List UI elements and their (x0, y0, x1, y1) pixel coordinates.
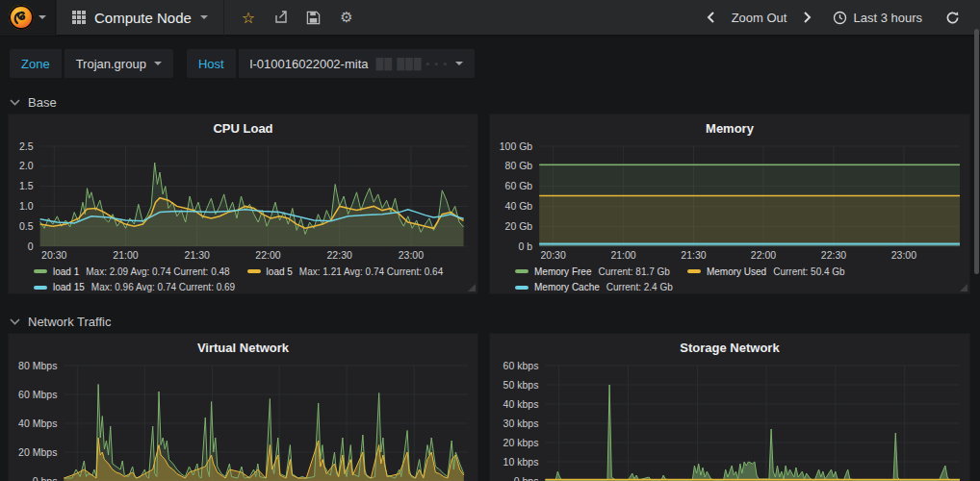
row-title: Network Traffic (28, 315, 111, 329)
grafana-logo-icon (9, 5, 34, 30)
dashboard-title: Compute Node (94, 10, 192, 26)
chevron-left-icon (707, 12, 714, 23)
svg-text:0 bps: 0 bps (33, 475, 58, 481)
svg-text:80 Mbps: 80 Mbps (18, 360, 57, 371)
svg-text:20 Gb: 20 Gb (505, 220, 533, 232)
legend-color-swatch (515, 286, 529, 290)
svg-text:21:00: 21:00 (610, 249, 635, 261)
vertical-scrollbar[interactable] (974, 29, 979, 274)
legend-color-swatch (515, 269, 529, 273)
chevron-right-icon (804, 12, 812, 23)
legend-color-swatch (687, 269, 701, 273)
chevron-down-icon (10, 99, 20, 106)
legend-item[interactable]: Memory FreeCurrent: 81.7 Gb (515, 265, 670, 279)
virtual-network-chart[interactable]: 0 bps20 Mbps40 Mbps60 Mbps80 Mbps20:3021… (9, 359, 477, 481)
svg-text:21:30: 21:30 (185, 249, 210, 261)
panel-cpu-load: CPU Load 00.51.01.52.02.520:3021:0021:30… (8, 114, 478, 294)
svg-text:20 Mbps: 20 Mbps (18, 446, 57, 458)
dashboard-picker[interactable]: Compute Node (56, 0, 224, 36)
legend-series-name: load 5 (267, 265, 293, 279)
svg-text:20 kbps: 20 kbps (503, 437, 539, 448)
zoom-out-button[interactable]: Zoom Out (726, 7, 793, 29)
row-title: Base (28, 95, 57, 110)
settings-button[interactable]: ⚙ (332, 3, 361, 32)
chevron-down-icon (200, 15, 208, 19)
refresh-button[interactable] (938, 3, 967, 32)
svg-text:1.0: 1.0 (19, 200, 34, 212)
storage-network-chart[interactable]: 0 bps10 kbps20 kbps30 kbps40 kbps50 kbps… (490, 359, 969, 481)
svg-text:20:30: 20:30 (41, 249, 66, 261)
grafana-menu-button[interactable] (0, 0, 56, 36)
time-range-label: Last 3 hours (853, 11, 922, 25)
panel-title[interactable]: Virtual Network (9, 334, 477, 359)
panel-title[interactable]: Storage Network (490, 334, 969, 359)
chevron-down-icon (39, 15, 46, 19)
cpu-load-legend: load 1Max: 2.09 Avg: 0.74 Current: 0.48l… (9, 263, 477, 294)
variable-host-dropdown[interactable]: l-010016022002-mita ██ ███ ▪ ▪ ▪ (239, 49, 476, 78)
legend-series-name: Memory Used (707, 265, 766, 279)
redacted-text: ██ ███ ▪ ▪ ▪ (375, 58, 448, 69)
legend-series-stats: Max: 2.09 Avg: 0.74 Current: 0.48 (86, 265, 229, 279)
legend-item[interactable]: Memory UsedCurrent: 50.4 Gb (687, 265, 845, 279)
dashboard-actions: ☆ ⚙ (234, 3, 361, 32)
legend-series-stats: Max: 1.21 Avg: 0.74 Current: 0.64 (299, 265, 443, 279)
legend-item[interactable]: load 15Max: 0.96 Avg: 0.74 Current: 0.69 (34, 280, 235, 294)
variable-host-value: l-010016022002-mita (250, 57, 369, 71)
svg-text:50 kbps: 50 kbps (503, 379, 539, 391)
row-header-network-traffic[interactable]: Network Traffic (10, 312, 111, 331)
svg-text:100 Gb: 100 Gb (500, 140, 533, 152)
svg-text:60 Gb: 60 Gb (505, 180, 533, 191)
legend-series-stats: Current: 50.4 Gb (773, 265, 844, 279)
memory-legend: Memory FreeCurrent: 81.7 GbMemory UsedCu… (490, 263, 969, 294)
svg-text:60 Mbps: 60 Mbps (18, 389, 57, 400)
time-shift-back-button[interactable] (701, 8, 720, 27)
save-icon (306, 11, 321, 25)
legend-color-swatch (34, 269, 47, 273)
panel-title[interactable]: Memory (490, 114, 969, 139)
svg-text:23:00: 23:00 (399, 249, 424, 261)
panel-virtual-network: Virtual Network 0 bps20 Mbps40 Mbps60 Mb… (8, 333, 478, 481)
svg-text:0.5: 0.5 (19, 220, 34, 232)
legend-item[interactable]: Memory CacheCurrent: 2.4 Gb (515, 280, 673, 294)
svg-text:2.0: 2.0 (19, 160, 34, 171)
row-header-base[interactable]: Base (10, 92, 57, 112)
legend-series-stats: Max: 0.96 Avg: 0.74 Current: 0.69 (91, 280, 235, 294)
svg-text:40 kbps: 40 kbps (503, 398, 539, 410)
legend-series-name: load 1 (53, 265, 79, 279)
variable-host-label: Host (187, 49, 236, 78)
chevron-down-icon (455, 62, 463, 65)
legend-item[interactable]: load 1Max: 2.09 Avg: 0.74 Current: 0.48 (34, 265, 230, 279)
legend-series-name: Memory Cache (534, 280, 600, 294)
chevron-down-icon (10, 318, 20, 325)
svg-text:20:30: 20:30 (540, 249, 565, 261)
panel-title[interactable]: CPU Load (9, 114, 477, 139)
variable-zone-dropdown[interactable]: Trojan.group (64, 49, 173, 78)
share-icon (273, 10, 289, 25)
svg-text:1.5: 1.5 (19, 180, 34, 191)
svg-text:0 b: 0 b (519, 240, 533, 252)
time-shift-forward-button[interactable] (798, 8, 817, 27)
svg-text:22:00: 22:00 (751, 249, 776, 261)
clock-icon (833, 11, 847, 25)
save-button[interactable] (299, 3, 328, 32)
legend-series-name: load 15 (53, 280, 85, 294)
legend-series-name: Memory Free (534, 265, 591, 279)
share-button[interactable] (267, 3, 296, 32)
svg-text:21:00: 21:00 (113, 249, 138, 261)
grid-icon (72, 11, 86, 24)
svg-text:80 Gb: 80 Gb (505, 160, 533, 171)
memory-chart[interactable]: 0 b20 Gb40 Gb60 Gb80 Gb100 Gb20:3021:002… (490, 139, 969, 263)
svg-text:2.5: 2.5 (19, 140, 34, 152)
variable-zone-value: Trojan.group (76, 57, 146, 71)
star-button[interactable]: ☆ (234, 3, 263, 32)
variable-host: Host l-010016022002-mita ██ ███ ▪ ▪ ▪ (187, 49, 476, 78)
legend-color-swatch (34, 286, 47, 290)
svg-text:22:00: 22:00 (255, 249, 280, 261)
legend-item[interactable]: load 5Max: 1.21 Avg: 0.74 Current: 0.64 (247, 265, 444, 279)
cpu-load-chart[interactable]: 00.51.01.52.02.520:3021:0021:3022:0022:3… (9, 139, 477, 263)
top-navbar: Compute Node ☆ ⚙ Zoom Out Last 3 hours (0, 0, 980, 37)
panel-storage-network: Storage Network 0 bps10 kbps20 kbps30 kb… (489, 333, 970, 481)
legend-color-swatch (247, 269, 261, 273)
time-range-picker[interactable]: Last 3 hours (823, 7, 932, 29)
time-controls: Zoom Out Last 3 hours (701, 3, 980, 32)
